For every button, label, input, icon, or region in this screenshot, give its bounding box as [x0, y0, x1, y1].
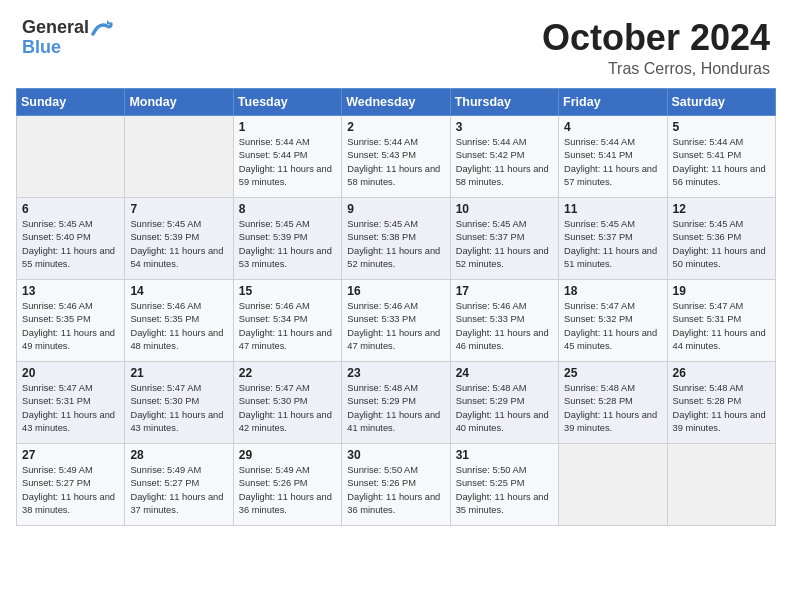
day-info: Sunrise: 5:47 AMSunset: 5:30 PMDaylight:… [130, 382, 227, 436]
day-number: 18 [564, 284, 661, 298]
week-row-5: 27Sunrise: 5:49 AMSunset: 5:27 PMDayligh… [17, 443, 776, 525]
day-info: Sunrise: 5:49 AMSunset: 5:27 PMDaylight:… [130, 464, 227, 518]
day-number: 17 [456, 284, 553, 298]
header: General Blue October 2024 Tras Cerros, H… [0, 0, 792, 88]
week-row-2: 6Sunrise: 5:45 AMSunset: 5:40 PMDaylight… [17, 197, 776, 279]
logo-icon [91, 16, 113, 38]
title-block: October 2024 Tras Cerros, Honduras [542, 18, 770, 78]
subtitle: Tras Cerros, Honduras [542, 60, 770, 78]
day-cell [17, 115, 125, 197]
day-info: Sunrise: 5:49 AMSunset: 5:27 PMDaylight:… [22, 464, 119, 518]
calendar-container: Sunday Monday Tuesday Wednesday Thursday… [0, 88, 792, 612]
day-number: 14 [130, 284, 227, 298]
day-info: Sunrise: 5:45 AMSunset: 5:37 PMDaylight:… [564, 218, 661, 272]
day-cell: 18Sunrise: 5:47 AMSunset: 5:32 PMDayligh… [559, 279, 667, 361]
day-cell: 9Sunrise: 5:45 AMSunset: 5:38 PMDaylight… [342, 197, 450, 279]
day-number: 21 [130, 366, 227, 380]
day-cell: 8Sunrise: 5:45 AMSunset: 5:39 PMDaylight… [233, 197, 341, 279]
day-cell: 22Sunrise: 5:47 AMSunset: 5:30 PMDayligh… [233, 361, 341, 443]
day-cell: 29Sunrise: 5:49 AMSunset: 5:26 PMDayligh… [233, 443, 341, 525]
day-cell: 6Sunrise: 5:45 AMSunset: 5:40 PMDaylight… [17, 197, 125, 279]
col-friday: Friday [559, 88, 667, 115]
day-cell: 4Sunrise: 5:44 AMSunset: 5:41 PMDaylight… [559, 115, 667, 197]
day-number: 2 [347, 120, 444, 134]
day-cell: 7Sunrise: 5:45 AMSunset: 5:39 PMDaylight… [125, 197, 233, 279]
day-number: 12 [673, 202, 770, 216]
day-cell [667, 443, 775, 525]
week-row-3: 13Sunrise: 5:46 AMSunset: 5:35 PMDayligh… [17, 279, 776, 361]
day-cell: 23Sunrise: 5:48 AMSunset: 5:29 PMDayligh… [342, 361, 450, 443]
day-info: Sunrise: 5:47 AMSunset: 5:31 PMDaylight:… [22, 382, 119, 436]
day-info: Sunrise: 5:47 AMSunset: 5:32 PMDaylight:… [564, 300, 661, 354]
col-tuesday: Tuesday [233, 88, 341, 115]
day-info: Sunrise: 5:48 AMSunset: 5:29 PMDaylight:… [456, 382, 553, 436]
day-info: Sunrise: 5:45 AMSunset: 5:39 PMDaylight:… [130, 218, 227, 272]
header-row: Sunday Monday Tuesday Wednesday Thursday… [17, 88, 776, 115]
day-info: Sunrise: 5:45 AMSunset: 5:36 PMDaylight:… [673, 218, 770, 272]
day-info: Sunrise: 5:47 AMSunset: 5:30 PMDaylight:… [239, 382, 336, 436]
day-info: Sunrise: 5:46 AMSunset: 5:35 PMDaylight:… [22, 300, 119, 354]
day-info: Sunrise: 5:44 AMSunset: 5:41 PMDaylight:… [673, 136, 770, 190]
day-number: 1 [239, 120, 336, 134]
day-info: Sunrise: 5:44 AMSunset: 5:43 PMDaylight:… [347, 136, 444, 190]
day-info: Sunrise: 5:44 AMSunset: 5:42 PMDaylight:… [456, 136, 553, 190]
day-cell: 25Sunrise: 5:48 AMSunset: 5:28 PMDayligh… [559, 361, 667, 443]
day-cell: 21Sunrise: 5:47 AMSunset: 5:30 PMDayligh… [125, 361, 233, 443]
day-number: 7 [130, 202, 227, 216]
col-wednesday: Wednesday [342, 88, 450, 115]
day-cell: 15Sunrise: 5:46 AMSunset: 5:34 PMDayligh… [233, 279, 341, 361]
day-number: 11 [564, 202, 661, 216]
day-info: Sunrise: 5:49 AMSunset: 5:26 PMDaylight:… [239, 464, 336, 518]
day-number: 13 [22, 284, 119, 298]
day-cell: 3Sunrise: 5:44 AMSunset: 5:42 PMDaylight… [450, 115, 558, 197]
day-info: Sunrise: 5:44 AMSunset: 5:41 PMDaylight:… [564, 136, 661, 190]
logo-general-text: General [22, 18, 89, 38]
week-row-1: 1Sunrise: 5:44 AMSunset: 5:44 PMDaylight… [17, 115, 776, 197]
day-info: Sunrise: 5:46 AMSunset: 5:33 PMDaylight:… [347, 300, 444, 354]
day-number: 10 [456, 202, 553, 216]
day-number: 20 [22, 366, 119, 380]
day-number: 3 [456, 120, 553, 134]
day-cell: 26Sunrise: 5:48 AMSunset: 5:28 PMDayligh… [667, 361, 775, 443]
day-info: Sunrise: 5:45 AMSunset: 5:39 PMDaylight:… [239, 218, 336, 272]
col-saturday: Saturday [667, 88, 775, 115]
day-cell: 11Sunrise: 5:45 AMSunset: 5:37 PMDayligh… [559, 197, 667, 279]
day-number: 30 [347, 448, 444, 462]
day-info: Sunrise: 5:47 AMSunset: 5:31 PMDaylight:… [673, 300, 770, 354]
day-cell: 10Sunrise: 5:45 AMSunset: 5:37 PMDayligh… [450, 197, 558, 279]
day-cell [559, 443, 667, 525]
logo: General Blue [22, 18, 113, 58]
day-cell [125, 115, 233, 197]
day-cell: 1Sunrise: 5:44 AMSunset: 5:44 PMDaylight… [233, 115, 341, 197]
day-number: 29 [239, 448, 336, 462]
day-info: Sunrise: 5:45 AMSunset: 5:38 PMDaylight:… [347, 218, 444, 272]
day-info: Sunrise: 5:50 AMSunset: 5:25 PMDaylight:… [456, 464, 553, 518]
day-number: 4 [564, 120, 661, 134]
day-cell: 17Sunrise: 5:46 AMSunset: 5:33 PMDayligh… [450, 279, 558, 361]
page: General Blue October 2024 Tras Cerros, H… [0, 0, 792, 612]
day-cell: 14Sunrise: 5:46 AMSunset: 5:35 PMDayligh… [125, 279, 233, 361]
day-cell: 27Sunrise: 5:49 AMSunset: 5:27 PMDayligh… [17, 443, 125, 525]
day-number: 6 [22, 202, 119, 216]
calendar-body: 1Sunrise: 5:44 AMSunset: 5:44 PMDaylight… [17, 115, 776, 525]
day-cell: 16Sunrise: 5:46 AMSunset: 5:33 PMDayligh… [342, 279, 450, 361]
day-number: 23 [347, 366, 444, 380]
day-info: Sunrise: 5:48 AMSunset: 5:28 PMDaylight:… [673, 382, 770, 436]
day-number: 8 [239, 202, 336, 216]
day-info: Sunrise: 5:46 AMSunset: 5:35 PMDaylight:… [130, 300, 227, 354]
logo-blue-text: Blue [22, 37, 61, 57]
day-cell: 31Sunrise: 5:50 AMSunset: 5:25 PMDayligh… [450, 443, 558, 525]
day-info: Sunrise: 5:46 AMSunset: 5:33 PMDaylight:… [456, 300, 553, 354]
day-info: Sunrise: 5:45 AMSunset: 5:37 PMDaylight:… [456, 218, 553, 272]
day-number: 27 [22, 448, 119, 462]
col-monday: Monday [125, 88, 233, 115]
day-number: 24 [456, 366, 553, 380]
day-number: 19 [673, 284, 770, 298]
day-number: 16 [347, 284, 444, 298]
col-thursday: Thursday [450, 88, 558, 115]
col-sunday: Sunday [17, 88, 125, 115]
day-number: 26 [673, 366, 770, 380]
day-cell: 30Sunrise: 5:50 AMSunset: 5:26 PMDayligh… [342, 443, 450, 525]
day-number: 5 [673, 120, 770, 134]
day-cell: 24Sunrise: 5:48 AMSunset: 5:29 PMDayligh… [450, 361, 558, 443]
